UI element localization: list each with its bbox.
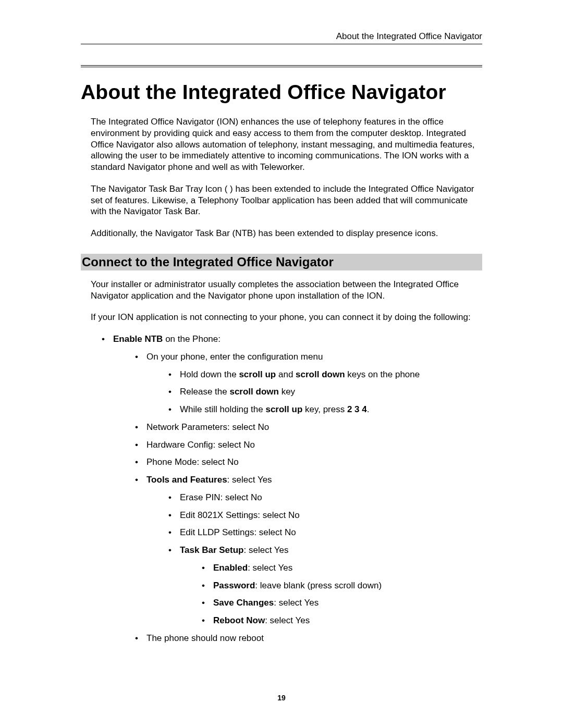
list-item: Edit 8021X Settings: select No — [168, 510, 482, 521]
list-item: Enabled: select Yes — [202, 562, 482, 574]
page-number: 19 — [0, 694, 563, 702]
list-item: The phone should now reboot — [135, 633, 482, 644]
text: Release the — [180, 387, 229, 397]
text: : leave blank (press scroll down) — [255, 581, 382, 590]
list-item: Reboot Now: select Yes — [202, 615, 482, 626]
text: On your phone, enter the configuration m… — [146, 352, 323, 362]
bold-text: Enabled — [213, 563, 248, 573]
list-item: Task Bar Setup: select Yes Enabled: sele… — [168, 545, 482, 626]
bold-text: Task Bar Setup — [180, 545, 244, 555]
bold-text: Enable NTB — [113, 334, 163, 344]
bold-text: Save Changes — [213, 598, 274, 608]
list-item: Save Changes: select Yes — [202, 597, 482, 609]
text: and — [276, 369, 296, 379]
text: Hold down the — [180, 369, 239, 379]
bold-text: Password — [213, 581, 255, 590]
bold-text: scroll up — [265, 404, 302, 414]
text: : select Yes — [265, 615, 310, 625]
list-item: Phone Mode: select No — [135, 456, 482, 468]
list-item: Network Parameters: select No — [135, 422, 482, 433]
list-item: Password: leave blank (press scroll down… — [202, 580, 482, 591]
running-title: About the Integrated Office Navigator — [336, 31, 482, 41]
text: on the Phone: — [163, 334, 221, 344]
text: : select Yes — [244, 545, 289, 555]
text: . — [367, 404, 370, 414]
bold-text: Reboot Now — [213, 615, 265, 625]
text: key, press — [302, 404, 347, 414]
list-item: Hold down the scroll up and scroll down … — [168, 369, 482, 380]
text: : select Yes — [227, 475, 272, 485]
page-title: About the Integrated Office Navigator — [81, 81, 482, 104]
list-item: Tools and Features: select Yes Erase PIN… — [135, 474, 482, 626]
list-item: Edit LLDP Settings: select No — [168, 527, 482, 538]
section-paragraph-2: If your ION application is not connectin… — [81, 312, 482, 323]
section-paragraph-1: Your installer or administrator usually … — [81, 279, 482, 302]
intro-paragraph-3: Additionally, the Navigator Task Bar (NT… — [81, 228, 482, 239]
section-heading: Connect to the Integrated Office Navigat… — [81, 254, 482, 270]
bold-text: Tools and Features — [146, 475, 227, 485]
bullet-list: Enable NTB on the Phone: On your phone, … — [81, 334, 482, 644]
double-rule — [81, 65, 482, 67]
list-item: Enable NTB on the Phone: On your phone, … — [102, 334, 482, 644]
bold-text: scroll down — [229, 387, 278, 397]
bold-text: scroll down — [296, 369, 345, 379]
intro-paragraph-2: The Navigator Task Bar Tray Icon ( ) has… — [81, 183, 482, 217]
intro-paragraph-1: The Integrated Office Navigator (ION) en… — [81, 116, 482, 173]
document-page: About the Integrated Office Navigator Ab… — [0, 0, 563, 728]
text: : select Yes — [274, 598, 319, 608]
page-header: About the Integrated Office Navigator — [81, 31, 482, 44]
list-item: On your phone, enter the configuration m… — [135, 351, 482, 415]
list-item: Erase PIN: select No — [168, 492, 482, 503]
text: keys on the phone — [345, 369, 420, 379]
text: key — [279, 387, 295, 397]
bold-text: 2 3 4 — [347, 404, 367, 414]
list-item: Release the scroll down key — [168, 386, 482, 398]
list-item: While still holding the scroll up key, p… — [168, 404, 482, 415]
bold-text: scroll up — [239, 369, 276, 379]
text: : select Yes — [248, 563, 292, 573]
list-item: Hardware Config: select No — [135, 439, 482, 451]
text: While still holding the — [180, 404, 265, 414]
